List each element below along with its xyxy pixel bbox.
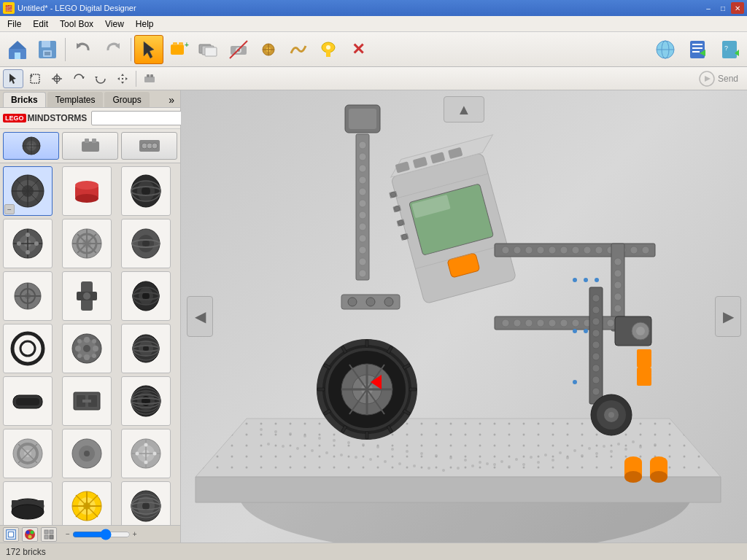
brick-item[interactable] bbox=[121, 166, 171, 216]
svg-rect-26 bbox=[326, 51, 330, 57]
svg-point-262 bbox=[588, 447, 591, 450]
svg-point-259 bbox=[544, 454, 547, 456]
remove-brick-btn[interactable]: − bbox=[4, 204, 15, 214]
svg-point-126 bbox=[92, 339, 96, 343]
flex-button[interactable] bbox=[284, 35, 313, 64]
brick-item[interactable] bbox=[62, 429, 112, 478]
scene-button[interactable] bbox=[651, 35, 680, 64]
svg-point-227 bbox=[479, 461, 481, 464]
minimize-button[interactable]: – bbox=[702, 2, 715, 14]
brick-item[interactable] bbox=[62, 481, 112, 525]
select-mode-button[interactable] bbox=[3, 69, 23, 88]
paint-button[interactable] bbox=[314, 35, 343, 64]
tab-groups[interactable]: Groups bbox=[104, 92, 149, 107]
menu-item-edit[interactable]: Edit bbox=[27, 18, 54, 31]
svg-point-245 bbox=[340, 454, 343, 456]
svg-point-238 bbox=[639, 446, 642, 448]
brick-item[interactable] bbox=[121, 481, 171, 525]
svg-point-242 bbox=[296, 447, 299, 450]
menu-item-view[interactable]: View bbox=[99, 18, 130, 31]
svg-point-363 bbox=[592, 295, 600, 302]
send-button[interactable]: Send bbox=[693, 69, 744, 88]
svg-point-78 bbox=[75, 194, 98, 203]
hinge-button[interactable] bbox=[254, 35, 283, 64]
svg-point-222 bbox=[406, 450, 409, 453]
svg-point-237 bbox=[624, 448, 627, 451]
tab-bricks[interactable]: Bricks bbox=[3, 92, 46, 107]
brick-item[interactable] bbox=[3, 481, 53, 525]
brick-item[interactable] bbox=[62, 271, 112, 321]
grid-button[interactable] bbox=[41, 527, 57, 542]
brick-type-3[interactable] bbox=[121, 132, 177, 160]
view-home-button[interactable] bbox=[3, 527, 19, 542]
brick-item[interactable] bbox=[121, 271, 171, 321]
nav-right-button[interactable]: ▶ bbox=[715, 296, 741, 337]
brick-item[interactable] bbox=[121, 219, 171, 268]
color-button[interactable] bbox=[22, 527, 38, 542]
brick-item[interactable] bbox=[121, 429, 171, 478]
svg-point-233 bbox=[566, 456, 569, 459]
svg-point-325 bbox=[537, 246, 544, 254]
rotate-y-button[interactable] bbox=[90, 69, 111, 88]
instructions-button[interactable] bbox=[683, 35, 712, 64]
svg-point-360 bbox=[366, 298, 375, 306]
redo-button[interactable] bbox=[98, 35, 128, 64]
svg-point-328 bbox=[572, 246, 579, 254]
undo-button[interactable] bbox=[69, 35, 98, 64]
brick-item[interactable] bbox=[3, 429, 53, 478]
svg-point-118 bbox=[20, 341, 35, 356]
rect-select-button[interactable] bbox=[25, 69, 45, 88]
settings-button[interactable]: ? bbox=[715, 35, 744, 64]
clone-button[interactable] bbox=[194, 35, 223, 64]
zoom-plus[interactable]: + bbox=[133, 530, 137, 538]
brick-item[interactable] bbox=[3, 271, 53, 321]
move-tool-button[interactable] bbox=[112, 69, 133, 88]
rotate-x-button[interactable] bbox=[69, 69, 89, 88]
maximize-button[interactable]: □ bbox=[716, 2, 729, 14]
pivot-button[interactable] bbox=[47, 69, 67, 88]
svg-point-265 bbox=[632, 440, 635, 443]
hide-button[interactable] bbox=[224, 35, 253, 64]
svg-point-334 bbox=[642, 246, 649, 254]
brick-type-1[interactable] bbox=[3, 132, 59, 160]
menu-item-tool-box[interactable]: Tool Box bbox=[54, 18, 99, 31]
svg-point-111 bbox=[83, 292, 90, 300]
svg-text:?: ? bbox=[724, 44, 728, 52]
collapse-sidebar-button[interactable]: » bbox=[166, 93, 177, 107]
brick-item[interactable]: − bbox=[3, 166, 53, 216]
nav-left-button[interactable]: ◀ bbox=[187, 296, 213, 337]
svg-marker-56 bbox=[705, 76, 711, 82]
brick-item[interactable] bbox=[3, 219, 53, 268]
brick-item[interactable] bbox=[62, 219, 112, 268]
select-tool-button[interactable] bbox=[134, 35, 163, 64]
brick-item[interactable] bbox=[62, 376, 112, 426]
delete-button[interactable]: ✕ bbox=[344, 35, 373, 64]
svg-point-214 bbox=[289, 432, 292, 435]
home-button[interactable] bbox=[3, 35, 32, 64]
save-button[interactable] bbox=[33, 35, 62, 64]
close-button[interactable]: ✕ bbox=[731, 2, 744, 14]
svg-point-248 bbox=[384, 460, 387, 463]
brick-item[interactable] bbox=[121, 376, 171, 426]
svg-point-228 bbox=[493, 463, 496, 466]
menu-item-file[interactable]: File bbox=[1, 18, 27, 31]
brick-item[interactable] bbox=[62, 324, 112, 373]
menu-item-help[interactable]: Help bbox=[130, 18, 160, 31]
zoom-minus[interactable]: − bbox=[66, 530, 70, 538]
brick-item[interactable] bbox=[121, 324, 171, 373]
svg-rect-315 bbox=[365, 432, 368, 439]
tab-templates[interactable]: Templates bbox=[47, 92, 104, 107]
svg-rect-312 bbox=[409, 388, 417, 391]
snap-button[interactable] bbox=[139, 69, 160, 88]
svg-point-89 bbox=[26, 233, 30, 237]
brick-item[interactable] bbox=[3, 324, 53, 373]
titlebar: 🧱 Untitled* - LEGO Digital Designer – □ … bbox=[0, 0, 747, 16]
brick-item[interactable] bbox=[3, 376, 53, 426]
brick-type-2[interactable] bbox=[62, 132, 118, 160]
svg-point-385 bbox=[573, 329, 577, 333]
svg-point-371 bbox=[592, 388, 600, 395]
zoom-slider[interactable] bbox=[72, 529, 131, 540]
nav-up-button[interactable]: ▲ bbox=[444, 96, 484, 122]
add-brick-button[interactable]: + bbox=[164, 35, 193, 64]
brick-item[interactable] bbox=[62, 166, 112, 216]
